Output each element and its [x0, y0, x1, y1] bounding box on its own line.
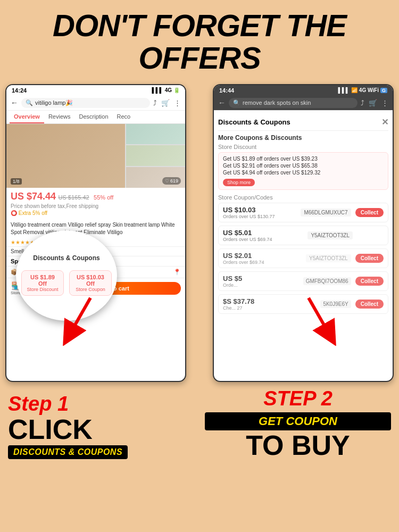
left-phone: 14:24 ▌▌▌ 4G 🔋 ← 🔍 vitiligo lamp🎉 ⤴ 🛒 ⋮ — [5, 84, 186, 382]
get-coupon-badge: GET COUPON — [205, 412, 391, 430]
discount-badge: 55% off — [94, 194, 113, 201]
right-time: 14:44 — [219, 87, 234, 94]
shop-more-button[interactable]: Shop more — [223, 179, 255, 186]
bubble-item-1: US $1.89 Off Store Discount — [21, 270, 64, 296]
current-price: US $74.44 — [11, 191, 56, 202]
heart-count: ♡ 619 — [162, 177, 181, 185]
left-time: 14:24 — [12, 87, 27, 94]
popup-header: Discounts & Coupons ✕ — [218, 115, 388, 131]
coupon-4-code: GMFBQI7OOM86 — [303, 277, 351, 285]
close-icon[interactable]: ✕ — [381, 117, 388, 127]
step-1-badge: DISCOUNTS & COUPONS — [8, 445, 128, 459]
tab-description[interactable]: Description — [75, 111, 113, 123]
left-status-bar: 14:24 ▌▌▌ 4G 🔋 — [6, 85, 185, 96]
thumb-2 — [126, 145, 185, 166]
left-nav-bar: ← 🔍 vitiligo lamp🎉 ⤴ 🛒 ⋮ — [6, 96, 185, 111]
right-back-icon[interactable]: ← — [218, 98, 226, 107]
right-phone: 14:44 ▌▌▌ 📶 4G WiFi G ← 🔍 remove dark sp… — [213, 84, 394, 382]
coupon-item-4: US $5 Orde... GMFBQI7OOM86 Collect — [218, 271, 388, 291]
coupon-item-2: US $5.01 Orders over US $69.74 Y5AIZTOOT… — [218, 226, 388, 245]
store-discounts-box: Get US $1.89 off orders over US $39.23 G… — [218, 152, 388, 190]
coupon-item-3: US $2.01 Orders over $69.74 Y5AIZTOOT3ZL… — [218, 248, 388, 268]
product-tabs: Overview Reviews Description Reco — [6, 111, 185, 124]
svg-line-1 — [69, 298, 90, 335]
tab-reco[interactable]: Reco — [113, 111, 135, 123]
coupon-2-min: Orders over US $69.74 — [223, 237, 307, 242]
right-status-bar: 14:44 ▌▌▌ 📶 4G WiFi G — [214, 85, 393, 96]
coupon-3-value: US $2.01 — [223, 252, 306, 260]
bubble-item-2: US $10.03 Off Store Coupon — [69, 270, 112, 296]
store-discount-label: Store Discount — [218, 144, 388, 150]
coupon-5-collect[interactable]: Collect — [355, 300, 384, 309]
tab-reviews[interactable]: Reviews — [44, 111, 75, 123]
product-images: 1/8 ♡ 619 — [6, 124, 185, 188]
nav-action-icons: ⤴ 🛒 ⋮ — [153, 99, 181, 107]
bubble-title: Discounts & Coupons — [31, 252, 102, 264]
search-bar[interactable]: 🔍 vitiligo lamp🎉 — [21, 98, 150, 108]
coupon-1-value: US $10.03 — [223, 206, 301, 214]
main-image — [6, 124, 125, 188]
coupon-1-min: Orders over US $130.77 — [223, 214, 301, 219]
store-discount-3: Get US $4.94 off orders over US $129.32 — [223, 170, 384, 176]
step-2: STEP 2 GET COUPON TO BUY — [200, 387, 391, 459]
left-signal-icons: ▌▌▌ 4G 🔋 — [152, 87, 180, 93]
extra-off-label: ⭕ Extra 5% off — [11, 210, 181, 216]
coupon-3-min: Orders over $69.74 — [223, 260, 306, 265]
steps-section: Step 1 CLICK DISCOUNTS & COUPONS STEP 2 … — [0, 382, 399, 459]
step-2-label: STEP 2 — [205, 387, 391, 410]
coupon-4-min: Orde... — [223, 282, 303, 288]
original-price: US $165.42 — [59, 194, 89, 201]
coupon-item-1: US $10.03 Orders over US $130.77 M66DLGM… — [218, 203, 388, 222]
thumb-1 — [126, 124, 185, 145]
coupon-section-label: Store Coupon/Codes — [218, 194, 388, 201]
right-signal-icons: ▌▌▌ 📶 4G WiFi G — [338, 87, 387, 93]
main-title: DON'T FORGET THE OFFERS — [0, 0, 399, 80]
store-discount-1: Get US $1.89 off orders over US $39.23 — [223, 156, 384, 162]
coupon-1-collect[interactable]: Collect — [355, 208, 384, 217]
coupon-3-code: Y5AIZTOOT3ZL — [306, 254, 351, 262]
left-arrow — [59, 293, 106, 346]
price-section: US $74.44 US $165.42 55% off Price shown… — [6, 188, 185, 219]
product-title: Vitiligo treatment cream Vitiligo relief… — [6, 219, 185, 238]
svg-line-3 — [309, 298, 330, 335]
step-1-action: CLICK — [8, 415, 194, 443]
popup-subtitle: More Coupons & Discounts — [218, 131, 388, 144]
right-nav-icons: ⤴ 🛒 ⋮ — [361, 99, 388, 107]
coupon-4-collect[interactable]: Collect — [355, 277, 384, 286]
coupon-2-code: Y5AIZTOOT3ZL — [307, 231, 353, 239]
to-buy-label: TO BUY — [205, 431, 391, 459]
coupon-4-value: US $5 — [223, 275, 303, 282]
shipping-info: Price shown before tax,Free shipping — [11, 203, 181, 209]
coupon-1-code: M66DLGMUXUC7 — [301, 209, 351, 217]
step-1: Step 1 CLICK DISCOUNTS & COUPONS — [8, 393, 200, 459]
discount-popup: Discounts & Coupons ✕ More Coupons & Dis… — [214, 111, 393, 321]
back-icon[interactable]: ← — [11, 98, 18, 107]
image-counter: 1/8 — [11, 178, 22, 185]
store-discount-2: Get US $2.91 off orders over US $65.38 — [223, 163, 384, 169]
right-search-bar[interactable]: 🔍 remove dark spots on skin — [229, 98, 358, 108]
coupon-2-value: US $5.01 — [223, 229, 307, 237]
get-coupon-text: GET COUPON — [210, 414, 386, 428]
tab-overview[interactable]: Overview — [10, 111, 44, 123]
right-nav-bar: ← 🔍 remove dark spots on skin ⤴ 🛒 ⋮ — [214, 96, 393, 111]
step-1-label: Step 1 — [8, 393, 194, 415]
popup-title: Discounts & Coupons — [218, 118, 290, 126]
right-arrow — [293, 293, 340, 346]
coupon-3-collect[interactable]: Collect — [355, 254, 384, 263]
